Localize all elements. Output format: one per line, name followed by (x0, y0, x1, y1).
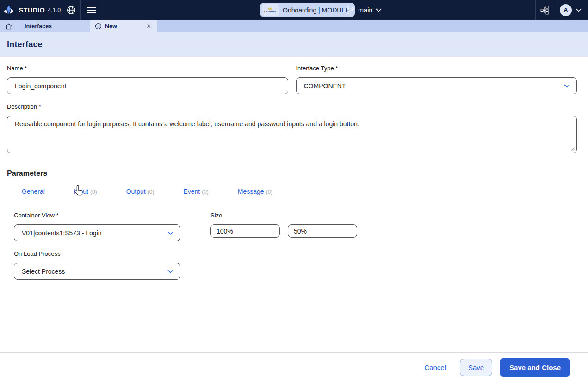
container-view-select[interactable]: V01|contents1:S573 - Login (14, 224, 180, 241)
brand: STUDIO 4.1.0 (18, 0, 62, 20)
size-field-group: Size (210, 212, 357, 241)
param-tab-label: Event (183, 188, 200, 195)
tab-new[interactable]: New ✕ (90, 20, 157, 32)
size-label: Size (210, 212, 357, 219)
parameters-title: Parameters (7, 169, 577, 178)
home-tab[interactable] (0, 20, 18, 32)
save-and-close-button[interactable]: Save and Close (500, 358, 570, 377)
param-tab-input[interactable]: Input(0) (74, 188, 97, 195)
on-load-process-label: On Load Process (14, 250, 577, 257)
chevron-down-icon (167, 231, 173, 235)
name-field-group: Name * (7, 65, 288, 94)
git-branch-icon (346, 6, 355, 15)
param-tab-label: Input (74, 188, 88, 195)
interface-type-select[interactable]: COMPONENT (296, 77, 577, 94)
param-tab-label: General (22, 188, 45, 195)
size-width-input[interactable] (210, 224, 280, 238)
param-tab-general[interactable]: General (22, 188, 45, 195)
container-view-label: Container View * (14, 212, 210, 219)
param-tab-output[interactable]: Output(0) (126, 188, 155, 195)
sitemap-icon (540, 5, 550, 15)
module-label: Onboarding | MODULE (283, 6, 349, 14)
main-menu-button[interactable] (81, 0, 102, 20)
chevron-down-icon (167, 270, 173, 273)
hamburger-icon (87, 7, 96, 13)
description-textarea[interactable]: Reusable component for login purposes. I… (7, 116, 577, 153)
interface-type-label: Interface Type * (296, 65, 577, 72)
selected-value: Select Process (22, 268, 65, 275)
topbar: STUDIO 4.1.0 GoldBank Onboarding | MODUL… (0, 0, 588, 20)
tab-label: Interfaces (25, 23, 52, 30)
avatar-initial: A (563, 6, 568, 13)
footer-actions: Cancel Save Save and Close (0, 352, 588, 382)
name-input[interactable] (7, 77, 288, 94)
brand-version: 4.1.0 (48, 7, 61, 13)
cancel-button[interactable]: Cancel (424, 364, 446, 371)
interface-type-field-group: Interface Type * COMPONENT (296, 65, 577, 94)
home-icon (5, 23, 12, 30)
interface-icon (95, 23, 102, 30)
page-header: Interface (0, 32, 588, 57)
tabs-divider (45, 199, 577, 199)
page-title: Interface (7, 40, 43, 49)
container-view-field-group: Container View * V01|contents1:S573 - Lo… (14, 212, 210, 241)
document-tabbar: Interfaces New ✕ (0, 20, 588, 32)
param-tab-label: Output (126, 188, 146, 195)
param-tab-label: Message (238, 188, 264, 195)
user-menu[interactable]: A (554, 0, 588, 20)
app-logo[interactable] (0, 0, 18, 20)
param-tab-count: (0) (266, 189, 273, 195)
org-name: GoldBank (264, 11, 276, 13)
close-tab-icon[interactable]: ✕ (145, 23, 153, 30)
chevron-down-icon (376, 8, 382, 12)
param-tab-count: (0) (202, 189, 209, 195)
interface-form: Name * Interface Type * COMPONENT Descri… (0, 57, 588, 280)
studio-app: STUDIO 4.1.0 GoldBank Onboarding | MODUL… (0, 0, 588, 382)
branch-name: main (358, 6, 372, 14)
size-height-input[interactable] (288, 224, 357, 238)
parameters-tabs: General Input(0) Output(0) Event(0) Mess… (7, 188, 577, 199)
chevron-down-icon (576, 8, 582, 12)
tab-label: New (105, 23, 117, 30)
chevron-down-icon (564, 84, 570, 88)
topbar-right: A (535, 0, 588, 20)
selected-value: V01|contents1:S573 - Login (22, 229, 102, 237)
on-load-process-select[interactable]: Select Process (14, 263, 180, 280)
name-label: Name * (7, 65, 288, 72)
save-button[interactable]: Save (460, 359, 492, 376)
tab-interfaces[interactable]: Interfaces (18, 20, 90, 32)
module-badge[interactable]: GoldBank Onboarding | MODULE (260, 3, 355, 17)
description-field-group: Description * Reusable component for log… (7, 103, 577, 153)
resize-grip-icon[interactable] (570, 147, 575, 151)
description-label: Description * (7, 103, 577, 110)
brand-name: STUDIO (19, 6, 45, 14)
language-button[interactable] (62, 0, 81, 20)
gem-logo-icon (3, 5, 14, 16)
branch-selector[interactable]: main (346, 0, 382, 20)
param-tab-count: (0) (148, 189, 155, 195)
org-logo-chip: GoldBank (262, 4, 279, 16)
param-tab-message[interactable]: Message(0) (238, 188, 272, 195)
crown-icon (268, 7, 272, 10)
globe-icon (66, 5, 76, 15)
param-tab-event[interactable]: Event(0) (183, 188, 208, 195)
param-tab-count: (0) (90, 189, 97, 195)
hierarchy-button[interactable] (535, 0, 554, 20)
general-tab-panel: Container View * V01|contents1:S573 - Lo… (7, 199, 577, 280)
selected-value: COMPONENT (304, 82, 346, 90)
on-load-process-field-group: On Load Process Select Process (14, 250, 577, 280)
avatar: A (560, 4, 572, 16)
